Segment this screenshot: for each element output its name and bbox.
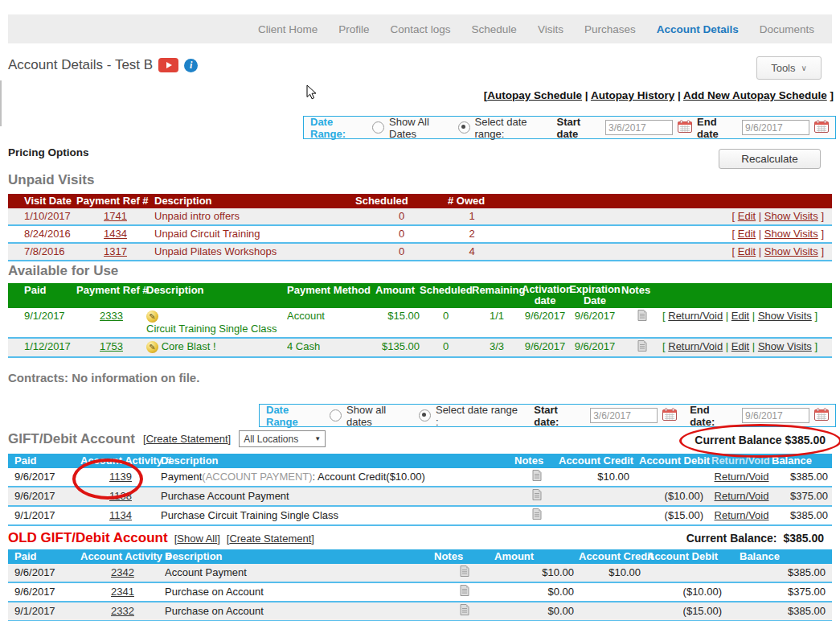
calendar-icon[interactable] — [814, 120, 829, 135]
notes-icon[interactable] — [532, 491, 542, 503]
notes-icon[interactable] — [532, 510, 542, 522]
bracket: ] — [814, 340, 817, 352]
payment-ref-link[interactable]: 1434 — [104, 228, 127, 240]
notes-icon[interactable] — [637, 342, 647, 354]
nav-profile[interactable]: Profile — [338, 23, 369, 35]
notes-icon[interactable] — [460, 567, 469, 579]
create-statement-link[interactable]: Create Statement — [229, 533, 311, 545]
col-account-credit: Account Credit — [559, 454, 639, 468]
show-all-wrap: [Show All] — [174, 533, 220, 545]
account-debit-cell: ($15.00) — [639, 506, 711, 525]
calendar-icon[interactable] — [814, 408, 829, 423]
account-activity-link[interactable]: 1134 — [109, 509, 132, 521]
select-date-range-radio[interactable] — [419, 409, 431, 422]
pricing-option-icon[interactable] — [146, 310, 158, 323]
edit-link[interactable]: Edit — [731, 310, 749, 322]
edit-link[interactable]: Edit — [738, 228, 756, 240]
show-all-dates-radio[interactable] — [372, 121, 384, 134]
start-date-input[interactable] — [590, 408, 658, 423]
show-visits-link[interactable]: Show Visits — [764, 210, 818, 222]
payment-ref-link[interactable]: 2333 — [100, 310, 123, 322]
locations-dropdown[interactable]: All Locations — [239, 430, 326, 447]
add-autopay-schedule-link[interactable]: Add New Autopay Schedule — [683, 89, 827, 101]
old-gift-account-header: OLD GIFT/Debit Account [Show All] [Creat… — [8, 530, 314, 546]
edit-link[interactable]: Edit — [738, 245, 756, 257]
return-void-link[interactable]: Return/Void — [715, 509, 769, 521]
account-activity-link[interactable]: 2341 — [111, 586, 134, 598]
nav-account-details[interactable]: Account Details — [657, 23, 739, 35]
tools-button[interactable]: Tools — [756, 56, 822, 80]
autopay-schedule-link[interactable]: Autopay Schedule — [487, 89, 582, 101]
account-activity-link[interactable]: 2332 — [111, 605, 134, 617]
show-all-link[interactable]: Show All — [177, 533, 217, 545]
nav-client-home[interactable]: Client Home — [258, 23, 318, 35]
notes-cell — [514, 506, 559, 525]
paid-cell: 9/6/2017 — [8, 487, 80, 506]
end-date-input[interactable] — [742, 120, 809, 135]
col-payment-ref: Payment Ref # — [76, 194, 154, 208]
bracket: [ — [662, 310, 666, 322]
notes-icon[interactable] — [460, 606, 469, 618]
nav-purchases[interactable]: Purchases — [584, 23, 636, 35]
show-visits-link[interactable]: Show Visits — [764, 228, 818, 240]
table-row: 1/12/2017 1753 Core Blast ! 4 Cash $135.… — [8, 338, 832, 357]
calendar-icon[interactable] — [662, 408, 677, 423]
account-activity-link[interactable]: 2342 — [111, 566, 134, 578]
notes-icon[interactable] — [460, 586, 469, 598]
separator: | — [759, 245, 761, 257]
select-date-range-radio[interactable] — [458, 121, 470, 134]
activation-date-cell: 9/6/2017 — [522, 308, 568, 338]
description-gray-text: (ACCOUNT PAYMENT) — [202, 471, 312, 483]
return-void-link[interactable]: Return/Void — [715, 490, 769, 502]
create-statement-link[interactable]: Create Statement — [146, 433, 228, 445]
payment-ref-link[interactable]: 1741 — [104, 210, 127, 222]
edit-link[interactable]: Edit — [731, 340, 749, 352]
edit-link[interactable]: Edit — [738, 210, 756, 222]
end-date-input[interactable] — [742, 408, 809, 423]
notes-icon[interactable] — [637, 311, 647, 323]
payment-ref-link[interactable]: 1317 — [104, 245, 127, 257]
show-visits-link[interactable]: Show Visits — [758, 340, 812, 352]
show-visits-link[interactable]: Show Visits — [764, 245, 818, 257]
expiration-date-cell: 9/6/2017 — [568, 338, 621, 357]
description-cell: Purchase Circuit Training Single Class — [161, 506, 514, 525]
nav-documents[interactable]: Documents — [760, 23, 814, 35]
table-header-row: Paid Account Activity # Description Note… — [8, 549, 832, 564]
show-visits-link[interactable]: Show Visits — [758, 310, 812, 322]
recalculate-button[interactable]: Recalculate — [719, 149, 821, 169]
scheduled-cell: 0 — [420, 308, 472, 338]
account-credit-cell — [559, 506, 639, 525]
pricing-option-icon[interactable] — [146, 341, 158, 353]
autopay-history-link[interactable]: Autopay History — [591, 89, 674, 101]
nav-visits[interactable]: Visits — [538, 23, 563, 35]
info-icon[interactable] — [184, 59, 198, 72]
start-date-input[interactable] — [605, 120, 673, 135]
nav-schedule[interactable]: Schedule — [472, 23, 517, 35]
notes-icon[interactable] — [532, 471, 542, 483]
gift-account-title: GIFT/Debit Account — [8, 431, 135, 447]
return-void-link[interactable]: Return/Void — [668, 310, 723, 322]
paid-cell: 9/6/2017 — [8, 564, 80, 582]
video-play-icon[interactable] — [158, 58, 178, 72]
balance-value: $385.00 — [785, 434, 826, 446]
balance-cell: $375.00 — [772, 487, 832, 506]
owed-cell: 2 — [448, 225, 496, 243]
return-void-link[interactable]: Return/Void — [668, 340, 723, 352]
return-void-link[interactable]: Return/Void — [715, 471, 769, 483]
col-account-debit: Account Debit — [639, 454, 711, 468]
col-payment-ref: Payment Ref # — [76, 283, 146, 308]
paid-cell: 9/1/2017 — [8, 308, 76, 338]
show-all-dates-radio[interactable] — [330, 409, 342, 422]
amount-cell: $10.00 — [494, 564, 579, 582]
separator: | — [726, 310, 728, 322]
start-date-label: Start date: — [534, 404, 585, 428]
description-text: Core Blast ! — [162, 340, 216, 352]
nav-contact-logs[interactable]: Contact logs — [391, 23, 451, 35]
col-amount: Amount — [375, 283, 420, 308]
account-activity-link[interactable]: 1139 — [109, 471, 132, 483]
description-cell: Account Payment — [165, 564, 434, 582]
payment-ref-link[interactable]: 1753 — [100, 340, 123, 352]
account-activity-link[interactable]: 1138 — [109, 490, 132, 502]
calendar-icon[interactable] — [678, 120, 692, 135]
bracket: ] — [821, 245, 824, 257]
